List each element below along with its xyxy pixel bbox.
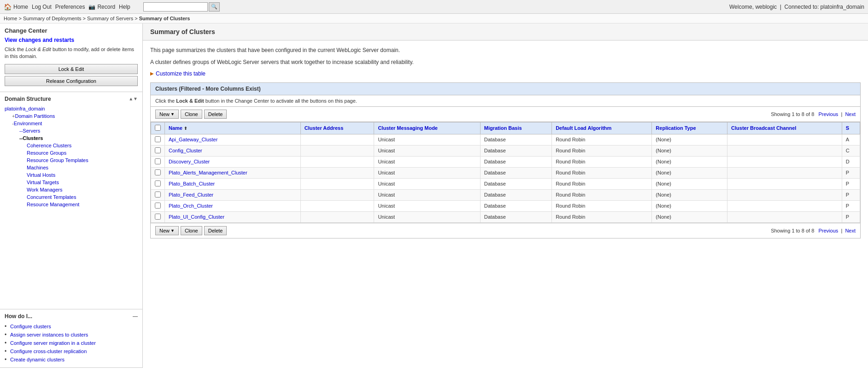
tree-virtual-targets[interactable]: Virtual Targets: [27, 179, 138, 186]
header-migration-basis[interactable]: Migration Basis: [480, 122, 551, 134]
search-input[interactable]: [143, 2, 208, 12]
next-link-top[interactable]: Next: [845, 111, 856, 117]
tree-resource-group-templates[interactable]: Resource Group Templates: [27, 157, 138, 164]
resource-management-link[interactable]: Resource Management: [27, 202, 79, 207]
cluster-name-link-7[interactable]: Plato_UI_Config_Cluster: [169, 214, 224, 220]
row-checkbox-input-7[interactable]: [155, 214, 161, 220]
header-replication-type[interactable]: Replication Type: [652, 122, 727, 134]
top-navigation-bar: 🏠 Home Log Out Preferences 📷 Record Help…: [0, 0, 868, 14]
tree-work-managers[interactable]: Work Managers: [27, 186, 138, 193]
delete-button-top[interactable]: Delete: [204, 110, 227, 119]
cluster-name-link-5[interactable]: Plato_Feed_Cluster: [169, 192, 213, 198]
nav-record[interactable]: Record: [97, 4, 115, 10]
next-link-bottom[interactable]: Next: [845, 228, 856, 233]
search-button[interactable]: 🔍: [209, 2, 220, 12]
tree-virtual-hosts[interactable]: Virtual Hosts: [27, 171, 138, 179]
row-checkbox-input-4[interactable]: [155, 180, 161, 186]
table-row: Plato_Batch_Cluster Unicast Database Rou…: [151, 178, 860, 189]
cell-replication-4: (None): [652, 178, 727, 189]
cell-broadcast-3: [727, 167, 842, 178]
cluster-name-link-2[interactable]: Discovery_Cluster: [169, 159, 210, 164]
howdoi-item-server-migration: Configure server migration in a cluster: [5, 339, 138, 347]
row-checkbox-input-6[interactable]: [155, 203, 161, 209]
howdoi-dynamic-clusters-link[interactable]: Create dynamic clusters: [10, 357, 65, 362]
tree-resource-management[interactable]: Resource Management: [27, 201, 138, 208]
machines-link[interactable]: Machines: [27, 165, 48, 170]
environment-link[interactable]: -Environment: [12, 121, 42, 126]
header-cluster-address[interactable]: Cluster Address: [300, 122, 374, 134]
view-changes-link[interactable]: View changes and restarts: [5, 37, 138, 43]
cluster-name-link-4[interactable]: Plato_Batch_Cluster: [169, 181, 215, 186]
header-messaging-mode[interactable]: Cluster Messaging Mode: [374, 122, 480, 134]
tree-machines[interactable]: Machines: [27, 164, 138, 171]
howdoi-cross-cluster-link[interactable]: Configure cross-cluster replication: [10, 349, 87, 354]
tree-resource-groups[interactable]: Resource Groups: [27, 149, 138, 157]
tree-domain-partitions[interactable]: +Domain Partitions: [12, 112, 138, 120]
breadcrumb-deployments[interactable]: Summary of Deployments: [23, 16, 82, 21]
virtual-targets-link[interactable]: Virtual Targets: [27, 180, 59, 185]
virtual-hosts-link[interactable]: Virtual Hosts: [27, 172, 55, 178]
new-button-bottom[interactable]: New▼: [155, 226, 179, 235]
domain-link[interactable]: platoinfra_domain: [5, 106, 45, 111]
nav-logout[interactable]: Log Out: [32, 4, 52, 10]
previous-link-bottom[interactable]: Previous: [818, 228, 838, 233]
lock-edit-button[interactable]: Lock & Edit: [5, 64, 138, 74]
table-row: Config_Cluster Unicast Database Round Ro…: [151, 145, 860, 156]
cluster-name-link-1[interactable]: Config_Cluster: [169, 148, 202, 153]
header-load-algorithm[interactable]: Default Load Algorithm: [552, 122, 652, 134]
howdoi-collapse-button[interactable]: —: [133, 314, 138, 319]
howdoi-server-migration-link[interactable]: Configure server migration in a cluster: [10, 340, 96, 346]
howdoi-configure-clusters-link[interactable]: Configure clusters: [10, 324, 51, 329]
breadcrumb-servers[interactable]: Summary of Servers: [87, 16, 133, 21]
row-checkbox-input-5[interactable]: [155, 192, 161, 198]
nav-home[interactable]: Home: [13, 4, 28, 10]
tree-environment[interactable]: -Environment: [12, 120, 138, 127]
cell-load-0: Round Robin: [552, 134, 652, 145]
row-checkbox-input-3[interactable]: [155, 169, 161, 175]
domain-partitions-link[interactable]: +Domain Partitions: [12, 113, 55, 119]
clone-button-bottom[interactable]: Clone: [181, 226, 202, 235]
cluster-name-link-6[interactable]: Plato_Orch_Cluster: [169, 203, 213, 209]
row-checkbox-input-1[interactable]: [155, 147, 161, 153]
resource-groups-link[interactable]: Resource Groups: [27, 150, 66, 156]
concurrent-templates-link[interactable]: Concurrent Templates: [27, 194, 76, 200]
tree-concurrent-templates[interactable]: Concurrent Templates: [27, 193, 138, 201]
header-broadcast-channel[interactable]: Cluster Broadcast Channel: [727, 122, 842, 134]
new-button-top[interactable]: New▼: [155, 110, 179, 119]
cell-name-4: Plato_Batch_Cluster: [165, 178, 301, 189]
welcome-text: Welcome, weblogic | Connected to: platoi…: [729, 4, 864, 10]
nav-preferences[interactable]: Preferences: [55, 4, 85, 10]
row-checkbox-input-2[interactable]: [155, 158, 161, 164]
resource-group-templates-link[interactable]: Resource Group Templates: [27, 157, 88, 163]
nav-help[interactable]: Help: [119, 4, 130, 10]
servers-link[interactable]: --Servers: [19, 128, 40, 134]
howdoi-assign-servers-link[interactable]: Assign server instances to clusters: [10, 332, 88, 337]
sort-name-link[interactable]: Name ⬆: [169, 125, 188, 131]
delete-button-bottom[interactable]: Delete: [204, 226, 227, 235]
row-checkbox-5: [151, 189, 165, 200]
cell-load-3: Round Robin: [552, 167, 652, 178]
breadcrumb-home[interactable]: Home: [4, 16, 17, 21]
domain-structure-title: Domain Structure ▲▼: [5, 96, 138, 102]
cluster-name-link-0[interactable]: Api_Gateway_Cluster: [169, 137, 217, 142]
tree-servers[interactable]: --Servers: [19, 127, 138, 134]
connected-label: Connected to: platoinfra_domain: [785, 4, 864, 10]
clone-button-top[interactable]: Clone: [181, 110, 202, 119]
previous-link-top[interactable]: Previous: [818, 111, 838, 117]
pagination-bottom: Showing 1 to 8 of 8 Previous | Next: [771, 228, 856, 233]
coherence-clusters-link[interactable]: Coherence Clusters: [27, 143, 71, 148]
cell-load-7: Round Robin: [552, 211, 652, 222]
row-checkbox-input-0[interactable]: [155, 136, 161, 142]
scroll-indicator: ▲▼: [129, 96, 138, 101]
cell-load-5: Round Robin: [552, 189, 652, 200]
tree-coherence-clusters[interactable]: Coherence Clusters: [27, 142, 138, 149]
customize-table-link[interactable]: Customize this table: [150, 70, 205, 77]
release-configuration-button[interactable]: Release Configuration: [5, 76, 138, 86]
clusters-link[interactable]: --Clusters: [19, 135, 43, 141]
select-all-checkbox[interactable]: [155, 125, 161, 131]
cell-migration-1: Database: [480, 145, 551, 156]
cluster-name-link-3[interactable]: Plato_Alerts_Management_Cluster: [169, 170, 247, 175]
work-managers-link[interactable]: Work Managers: [27, 187, 62, 192]
tree-domain[interactable]: platoinfra_domain: [5, 105, 138, 112]
header-name[interactable]: Name ⬆: [165, 122, 301, 134]
